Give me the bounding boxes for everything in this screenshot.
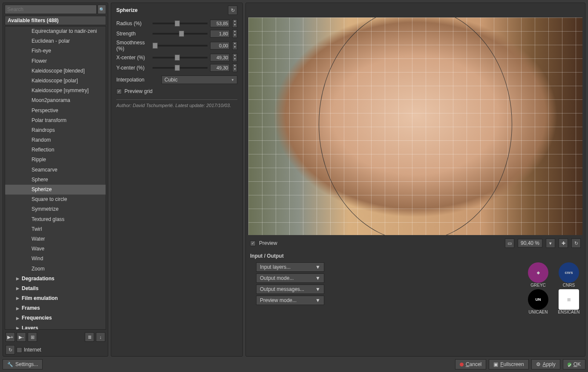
record-icon (460, 363, 464, 366)
param-label: Strength (116, 31, 150, 37)
tree-item[interactable]: Flower (5, 56, 106, 66)
chevron-down-icon: ▼ (231, 78, 234, 82)
preview-grid-label: Preview grid (124, 88, 153, 94)
chevron-right-icon: ▶ (16, 305, 19, 311)
output-mode-dropdown[interactable]: Output mode...▼ (256, 273, 324, 283)
preview-grid-checkbox[interactable]: ✓ (116, 89, 122, 94)
output-messages-dropdown[interactable]: Output messages...▼ (256, 285, 324, 294)
tree-item[interactable]: Water (5, 234, 106, 244)
param-value[interactable] (210, 64, 230, 72)
preview-image[interactable] (248, 17, 582, 235)
param-slider[interactable] (153, 67, 208, 69)
sponsor-logos: ◆GREYC cnrsCNRS UNUNICAEN ▦ENSICAEN (525, 262, 582, 314)
zoom-value[interactable]: 90,40 % (518, 239, 542, 247)
param-label: Radius (%) (116, 20, 150, 26)
settings-button[interactable]: 🔧Settings... (3, 359, 43, 369)
tree-item[interactable]: Fish-eye (5, 46, 106, 56)
chevron-down-icon: ▼ (315, 275, 320, 281)
param-slider[interactable] (153, 33, 208, 35)
tree-item[interactable]: Perspective (5, 106, 106, 116)
film-icon[interactable]: ⊞ (28, 332, 37, 342)
interpolation-label: Interpolation (116, 77, 159, 83)
tree-item[interactable]: Sphere (5, 175, 106, 185)
tree-item[interactable]: Twirl (5, 224, 106, 234)
refresh-preview-icon[interactable]: ↻ (571, 238, 581, 248)
param-spinner[interactable]: ▲▼ (232, 19, 237, 28)
filters-tree[interactable]: Equirectangular to nadir-zeniEuclidean -… (5, 26, 106, 330)
ensicaen-logo-icon: ▦ (559, 289, 579, 310)
tree-category[interactable]: ▶Layers (5, 323, 106, 330)
tree-item[interactable]: Polar transform (5, 116, 106, 125)
param-slider[interactable] (153, 57, 208, 58)
collapse-icon[interactable]: ≣ (85, 332, 94, 342)
preview-mode-dropdown[interactable]: Preview mode...▼ (256, 296, 324, 305)
chevron-right-icon: ▶ (16, 315, 19, 321)
chevron-right-icon: ▶ (16, 295, 19, 301)
tree-category[interactable]: ▶Film emulation (5, 294, 106, 303)
param-spinner[interactable]: ▲▼ (232, 53, 237, 62)
search-input[interactable] (5, 5, 97, 14)
tree-item[interactable]: Kaleidoscope [symmetry] (5, 86, 106, 96)
tree-item[interactable]: Euclidean - polar (5, 36, 106, 46)
tree-category[interactable]: ▶Details (5, 284, 106, 294)
param-spinner[interactable]: ▲▼ (232, 29, 237, 38)
param-spinner[interactable]: ▲▼ (232, 41, 237, 50)
remove-fav-icon[interactable]: ▶- (17, 332, 26, 342)
tree-item[interactable]: Symmetrize (5, 204, 106, 214)
tree-item[interactable]: Square to circle (5, 195, 106, 204)
tree-item[interactable]: Ripple (5, 155, 106, 165)
tree-item[interactable]: Moon2panorama (5, 96, 106, 105)
cancel-button[interactable]: Cancel (455, 359, 486, 369)
param-value[interactable] (210, 30, 230, 38)
tree-item[interactable]: Spherize (5, 185, 106, 195)
param-value[interactable] (210, 42, 230, 49)
search-icon[interactable]: 🔍 (98, 5, 106, 14)
filters-header[interactable]: Available filters (488) (5, 16, 106, 25)
param-label: X-center (%) (116, 55, 150, 61)
apply-button[interactable]: ⚙Apply (531, 359, 560, 369)
greyc-logo-icon: ◆ (528, 262, 548, 283)
param-spinner[interactable]: ▲▼ (232, 64, 237, 72)
chevron-down-icon: ▼ (315, 286, 320, 292)
reset-params-icon[interactable]: ↻ (228, 6, 237, 15)
tree-item[interactable]: Raindrops (5, 125, 106, 135)
chevron-down-icon: ▼ (315, 297, 320, 303)
param-slider[interactable] (153, 45, 208, 46)
zoom-mode-icon[interactable]: ▭ (505, 238, 514, 248)
fullscreen-button[interactable]: ▣Fullscreen (489, 359, 528, 369)
refresh-filters-icon[interactable]: ↻ (6, 345, 15, 355)
param-slider[interactable] (153, 23, 208, 24)
fullscreen-icon: ▣ (493, 361, 498, 367)
input-layers-dropdown[interactable]: Input layers...▼ (256, 262, 324, 272)
tree-item[interactable]: Wind (5, 254, 106, 264)
tree-category[interactable]: ▶Degradations (5, 274, 106, 284)
tree-item[interactable]: Textured glass (5, 215, 106, 224)
tree-item[interactable]: Random (5, 135, 106, 145)
tree-item[interactable]: Kaleidoscope [polar] (5, 76, 106, 86)
tree-item[interactable]: Equirectangular to nadir-zeni (5, 26, 106, 36)
ok-button[interactable]: ✔OK (563, 359, 585, 369)
unicaen-logo-icon: UN (528, 289, 548, 310)
preview-checkbox[interactable]: ✓ (250, 241, 256, 246)
param-label: Smoothness (%) (116, 40, 150, 52)
param-value[interactable] (210, 54, 230, 61)
tree-item[interactable]: Kaleidoscope [blended] (5, 66, 106, 76)
preview-panel: ✓ Preview ▭ 90,40 % ▾ ✚ ↻ Input / Output… (245, 3, 585, 357)
tree-category[interactable]: ▶Frequencies (5, 313, 106, 323)
tree-item[interactable]: Seamcarve (5, 165, 106, 175)
chevron-down-icon[interactable]: ▾ (546, 238, 555, 248)
interpolation-dropdown[interactable]: Cubic ▼ (161, 76, 237, 84)
tree-item[interactable]: Zoom (5, 264, 106, 274)
tree-item[interactable]: Reflection (5, 145, 106, 155)
preview-label: Preview (259, 240, 277, 246)
param-value[interactable] (210, 20, 230, 27)
download-icon[interactable]: ↓ (96, 332, 105, 342)
zoom-fit-icon[interactable]: ✚ (559, 238, 568, 248)
params-panel: Spherize ↻ Radius (%)▲▼Strength▲▼Smoothn… (111, 3, 243, 357)
tree-item[interactable]: Wave (5, 244, 106, 254)
internet-checkbox[interactable] (17, 347, 22, 353)
chevron-right-icon: ▶ (16, 285, 19, 291)
add-fav-icon[interactable]: ▶+ (6, 332, 15, 342)
tree-category[interactable]: ▶Frames (5, 303, 106, 313)
filter-title: Spherize (116, 7, 138, 13)
